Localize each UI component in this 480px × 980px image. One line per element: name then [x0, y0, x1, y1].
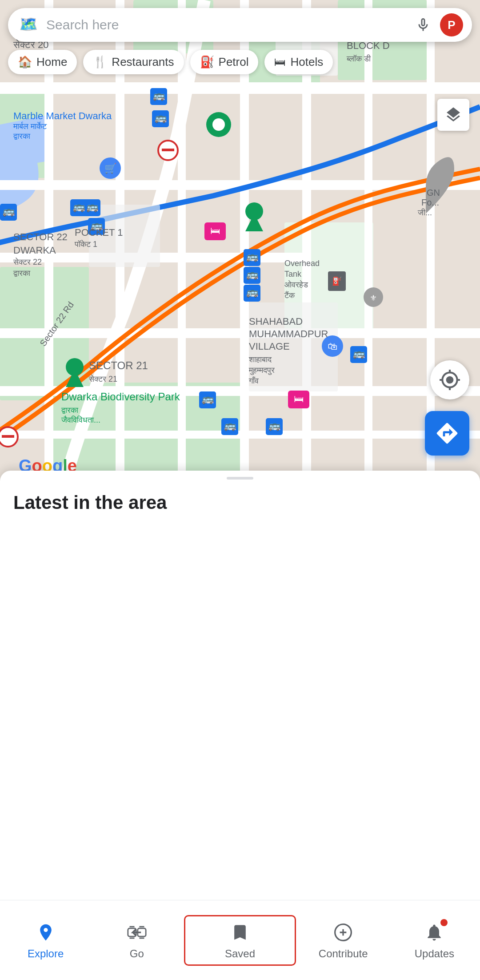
svg-text:🚌: 🚌 — [224, 419, 236, 432]
hotels-icon: 🛏 — [274, 55, 286, 69]
svg-point-70 — [431, 165, 449, 182]
svg-text:POCKET 1: POCKET 1 — [75, 227, 123, 238]
pill-hotels-label: Hotels — [290, 55, 323, 69]
latest-area-title: Latest in the area — [0, 480, 480, 513]
profile-avatar[interactable]: P — [440, 13, 463, 36]
svg-text:GN: GN — [427, 188, 440, 198]
svg-text:🚌: 🚌 — [246, 268, 259, 280]
directions-button[interactable] — [425, 411, 469, 456]
my-location-button[interactable] — [430, 360, 469, 399]
svg-text:Fo...: Fo... — [421, 198, 439, 207]
layer-toggle-button[interactable] — [437, 99, 469, 131]
svg-rect-65 — [162, 149, 174, 151]
restaurants-icon: 🍴 — [93, 55, 107, 69]
svg-text:द्वारका: द्वारका — [13, 132, 31, 141]
svg-text:जैवविविधता...: जैवविविधता... — [61, 415, 100, 424]
svg-text:🚌: 🚌 — [268, 419, 281, 432]
nav-explore[interactable]: Explore — [0, 914, 91, 967]
svg-text:मुहम्मदपुर: मुहम्मदपुर — [248, 366, 275, 375]
svg-text:शाहाबाद: शाहाबाद — [248, 355, 272, 364]
svg-text:DWARKA: DWARKA — [13, 245, 56, 256]
svg-text:Dwarka Biodiversity Park: Dwarka Biodiversity Park — [61, 391, 180, 403]
svg-text:🚌: 🚌 — [246, 250, 259, 262]
svg-text:⚜: ⚜ — [370, 294, 377, 302]
svg-text:🚌: 🚌 — [202, 393, 214, 405]
updates-notification-badge — [440, 919, 448, 926]
nav-contribute[interactable]: Contribute — [298, 914, 389, 967]
svg-text:द्वारका: द्वारका — [13, 269, 31, 278]
svg-text:गाँव: गाँव — [248, 376, 259, 385]
saved-label: Saved — [225, 948, 255, 960]
microphone-icon[interactable] — [413, 15, 433, 35]
pill-petrol[interactable]: ⛽ Petrol — [190, 50, 259, 74]
svg-text:मार्बल मार्केट: मार्बल मार्केट — [13, 121, 47, 131]
svg-text:⛽: ⛽ — [332, 276, 342, 286]
pill-restaurants-label: Restaurants — [112, 55, 174, 69]
svg-text:VILLAGE: VILLAGE — [249, 341, 290, 352]
svg-text:जी...: जी... — [417, 208, 432, 217]
pill-restaurants[interactable]: 🍴 Restaurants — [83, 50, 184, 74]
svg-point-53 — [66, 358, 84, 376]
filter-pills: 🏠 Home 🍴 Restaurants ⛽ Petrol 🛏 Hotels — [8, 50, 472, 74]
nav-saved[interactable]: Saved — [184, 915, 296, 966]
svg-text:SECTOR 21: SECTOR 21 — [89, 359, 148, 371]
svg-text:🚌: 🚌 — [86, 201, 99, 213]
updates-label: Updates — [415, 948, 454, 960]
updates-icon — [423, 921, 446, 944]
svg-text:ओवरहेड: ओवरहेड — [284, 280, 308, 289]
nav-go[interactable]: Go — [91, 914, 182, 967]
svg-text:🛏: 🛏 — [210, 225, 220, 236]
pill-home-label: Home — [36, 55, 67, 69]
svg-text:🛒: 🛒 — [104, 162, 117, 174]
google-maps-logo: 🗺️ — [17, 13, 40, 36]
search-input[interactable]: Search here — [46, 17, 413, 32]
bottom-navigation: Explore Go Saved Contri — [0, 900, 480, 980]
petrol-icon: ⛽ — [200, 55, 214, 69]
svg-text:MUHAMMADPUR: MUHAMMADPUR — [249, 328, 328, 339]
pill-home[interactable]: 🏠 Home — [8, 50, 77, 74]
svg-text:टैंक: टैंक — [284, 290, 295, 300]
svg-rect-67 — [2, 435, 14, 438]
svg-text:सेक्टर 21: सेक्टर 21 — [88, 374, 117, 383]
explore-icon — [34, 921, 57, 944]
svg-text:🛍: 🛍 — [328, 341, 337, 352]
pill-petrol-label: Petrol — [219, 55, 249, 69]
search-bar[interactable]: 🗺️ Search here P — [8, 8, 472, 42]
svg-text:🗺️: 🗺️ — [19, 15, 38, 33]
svg-text:🚌: 🚌 — [353, 347, 365, 359]
svg-text:🚌: 🚌 — [73, 201, 85, 213]
svg-text:Tank: Tank — [284, 270, 302, 278]
svg-text:पॉकेट 1: पॉकेट 1 — [74, 239, 97, 249]
nav-updates[interactable]: Updates — [389, 914, 480, 967]
svg-text:Marble Market Dwarka: Marble Market Dwarka — [13, 110, 112, 121]
svg-text:SECTOR 22: SECTOR 22 — [13, 231, 68, 242]
svg-point-51 — [212, 118, 225, 131]
contribute-icon — [332, 921, 355, 944]
svg-text:द्वारका: द्वारका — [61, 406, 79, 415]
contribute-label: Contribute — [319, 948, 368, 960]
svg-text:🚌: 🚌 — [3, 205, 15, 217]
svg-text:🚌: 🚌 — [153, 89, 165, 101]
svg-text:🛏: 🛏 — [294, 393, 304, 404]
go-label: Go — [130, 948, 144, 960]
pill-hotels[interactable]: 🛏 Hotels — [264, 50, 333, 74]
svg-point-55 — [245, 202, 263, 220]
svg-text:🚌: 🚌 — [155, 112, 167, 124]
home-icon: 🏠 — [18, 55, 32, 69]
svg-text:सेक्टर 22: सेक्टर 22 — [13, 257, 42, 266]
svg-text:Overhead: Overhead — [284, 259, 320, 268]
explore-label: Explore — [28, 948, 64, 960]
saved-icon — [228, 921, 252, 944]
svg-text:🚌: 🚌 — [246, 286, 259, 298]
go-icon — [125, 921, 148, 944]
svg-text:SHAHABAD: SHAHABAD — [249, 316, 303, 327]
